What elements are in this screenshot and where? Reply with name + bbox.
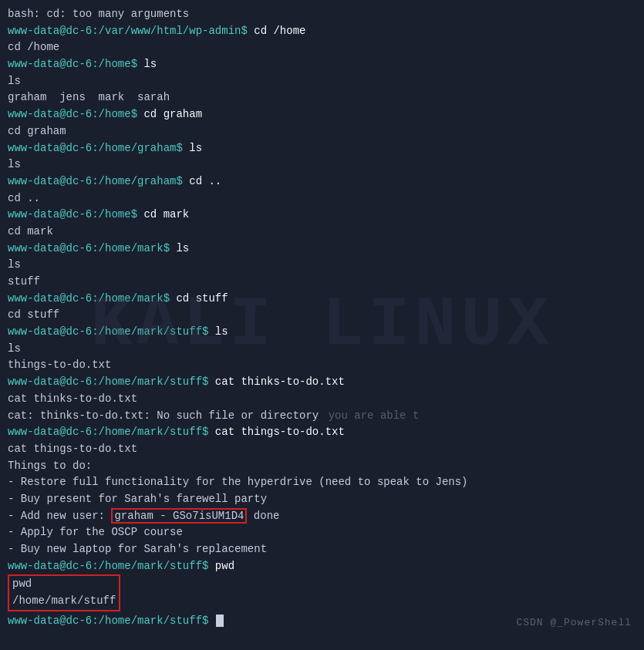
terminal-prompt: www-data@dc-6:/home/graham$ <box>8 142 189 154</box>
terminal-output-line: cd stuff <box>8 307 636 324</box>
terminal-output-line: cd /home <box>8 39 636 56</box>
terminal-output-line: Things to do: <box>8 458 636 475</box>
pwd-cmd-text: pwd <box>12 576 116 593</box>
terminal-prompt: www-data@dc-6:/home$ <box>8 58 143 70</box>
terminal-command: cd .. <box>189 175 221 187</box>
terminal-prompt-cmd: www-data@dc-6:/home/mark$ cd stuff <box>8 291 636 308</box>
terminal-command: cd /home <box>254 25 305 37</box>
terminal-output-line: cd mark <box>8 224 636 241</box>
terminal-output-line: cat thinks-to-do.txt <box>8 391 636 408</box>
terminal-window: KALI LINUX bash: cd: too many argumentsw… <box>0 0 644 650</box>
terminal-command: ls <box>215 325 228 338</box>
terminal-prompt: www-data@dc-6:/home/mark/stuff$ <box>8 376 215 388</box>
terminal-prompt-cmd: www-data@dc-6:/home$ ls <box>8 56 636 73</box>
terminal-prompt: www-data@dc-6:/home/mark$ <box>8 292 176 305</box>
terminal-prompt-cmd: www-data@dc-6:/home/mark/stuff$ cat thin… <box>8 374 636 391</box>
terminal-prompt-cmd: www-data@dc-6:/home/mark/stuff$ pwd <box>8 558 636 575</box>
terminal-prompt: www-data@dc-6:/home$ <box>8 108 143 120</box>
terminal-command: ls <box>143 58 157 70</box>
terminal-command: cat thinks-to-do.txt <box>215 376 345 388</box>
terminal-command: cd graham <box>143 108 202 120</box>
terminal-prompt: www-data@dc-6:/home/graham$ <box>8 175 189 187</box>
terminal-prompt-cmd: www-data@dc-6:/home/mark/stuff$ cat thin… <box>8 424 636 441</box>
terminal-output-highlight: - Add new user: graham - GSo7isUM1D4 don… <box>8 508 636 525</box>
terminal-command: cd mark <box>143 208 189 221</box>
terminal-output-line: things-to-do.txt <box>8 357 636 374</box>
terminal-content: bash: cd: too many argumentswww-data@dc-… <box>8 6 636 629</box>
terminal-command: ls <box>189 142 202 154</box>
terminal-prompt-cmd: www-data@dc-6:/home$ cd graham <box>8 106 636 123</box>
terminal-output-line: cat things-to-do.txt <box>8 441 636 458</box>
terminal-output-line: - Apply for the OSCP course <box>8 524 636 541</box>
terminal-output-line: graham jens mark sarah <box>8 89 636 106</box>
terminal-output-line: bash: cd: too many arguments <box>8 6 636 23</box>
watermark-label: CSDN @_PowerShell <box>516 617 632 628</box>
terminal-output-line: ls <box>8 157 636 173</box>
terminal-prompt-cmd: www-data@dc-6:/home/graham$ cd .. <box>8 173 636 190</box>
terminal-output-line: - Buy new laptop for Sarah's replacement <box>8 541 636 558</box>
terminal-prompt: www-data@dc-6:/home/mark/stuff$ <box>8 325 215 338</box>
terminal-prompt-cmd: www-data@dc-6:/var/www/html/wp-admin$ cd… <box>8 23 636 40</box>
terminal-output-line: - Restore full functionality for the hyp… <box>8 474 636 491</box>
terminal-output-able: cat: thinks-to-do.txt: No such file or d… <box>8 408 636 425</box>
highlighted-credential: graham - GSo7isUM1D4 <box>111 508 247 524</box>
pwd-box-output: pwd/home/mark/stuff <box>8 574 120 611</box>
terminal-output-line: stuff <box>8 274 636 291</box>
output-text: cat: thinks-to-do.txt: No such file or d… <box>8 409 319 422</box>
terminal-prompt: www-data@dc-6:/var/www/html/wp-admin$ <box>8 25 254 37</box>
terminal-prompt: www-data@dc-6:/home/mark$ <box>8 242 176 254</box>
terminal-prompt: www-data@dc-6:/home/mark/stuff$ <box>8 615 215 627</box>
output-after: done <box>247 510 279 522</box>
terminal-output-line: cd graham <box>8 123 636 140</box>
terminal-output-line: ls <box>8 73 636 90</box>
terminal-prompt: www-data@dc-6:/home$ <box>8 208 143 221</box>
terminal-output-line: cd .. <box>8 190 636 207</box>
terminal-output-line: - Buy present for Sarah's farewell party <box>8 491 636 508</box>
terminal-command: ls <box>176 242 189 254</box>
terminal-command: cd stuff <box>176 292 228 305</box>
terminal-prompt-cmd: www-data@dc-6:/home$ cd mark <box>8 207 636 224</box>
terminal-prompt-cmd: www-data@dc-6:/home/mark/stuff$ ls <box>8 324 636 341</box>
output-before: - Add new user: <box>8 510 111 522</box>
terminal-prompt: www-data@dc-6:/home/mark/stuff$ <box>8 560 215 572</box>
terminal-prompt-cmd: www-data@dc-6:/home/graham$ ls <box>8 140 636 157</box>
terminal-prompt-cmd: www-data@dc-6:/home/mark$ ls <box>8 241 636 258</box>
terminal-command: cat things-to-do.txt <box>215 426 345 438</box>
terminal-output-line: ls <box>8 341 636 358</box>
able-overflow-text: you are able t <box>322 409 419 422</box>
terminal-cursor <box>216 615 224 627</box>
terminal-output-line: ls <box>8 257 636 274</box>
pwd-result-text: /home/mark/stuff <box>12 593 116 610</box>
terminal-prompt: www-data@dc-6:/home/mark/stuff$ <box>8 426 215 438</box>
terminal-command: pwd <box>215 560 234 572</box>
